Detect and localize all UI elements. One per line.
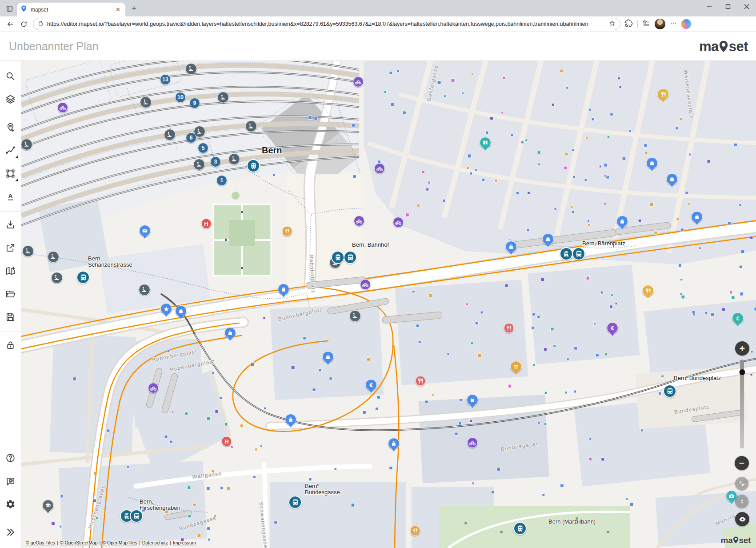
browser-tab[interactable]: mapset ✕ (17, 3, 125, 16)
map-add-icon (5, 266, 16, 277)
copilot-icon[interactable] (681, 19, 691, 29)
favorites-icon[interactable] (642, 19, 650, 29)
draw-line-tool-button[interactable] (2, 141, 20, 161)
pin-add-icon (5, 122, 16, 134)
settings-button[interactable] (2, 495, 20, 515)
browser-toolbar-icons (625, 19, 691, 29)
close-button[interactable] (737, 0, 756, 13)
text-icon: A (5, 192, 16, 203)
share-tool-button[interactable] (2, 239, 20, 258)
watermark-text-suffix: set (739, 536, 751, 544)
sidebar-divider (0, 211, 21, 212)
layers-tool-button[interactable] (2, 90, 20, 110)
minimize-button[interactable] (700, 0, 719, 13)
save-plan-tool-button[interactable] (2, 308, 20, 328)
logo-text-prefix: ma (699, 40, 719, 53)
attribution-link[interactable]: Impressum (173, 540, 196, 545)
back-button[interactable] (4, 18, 17, 30)
url-text[interactable]: https://editor.mapset.io/?baselayer=worl… (47, 21, 605, 27)
mapset-watermark: ma set (721, 536, 751, 544)
attribution: © geOps Tiles|© OpenStreetMap|© OpenMapT… (26, 540, 196, 545)
attribution-link[interactable]: © OpenStreetMap (60, 540, 98, 545)
attribution-separator: | (57, 540, 58, 545)
lock-icon (5, 340, 16, 352)
attribution-separator: | (139, 540, 140, 545)
draw-polygon-tool-button[interactable] (2, 164, 20, 184)
download-icon (5, 220, 16, 231)
settings-icon (5, 499, 16, 511)
more-menu-icon[interactable] (670, 20, 677, 28)
attribution-separator: | (100, 540, 101, 545)
mapset-logo: ma set (699, 40, 748, 53)
save-icon (5, 312, 16, 324)
logo-pin-icon (719, 40, 728, 53)
share-icon (5, 243, 16, 254)
extensions-icon[interactable] (625, 19, 633, 29)
add-stop-tool-button[interactable] (2, 118, 20, 138)
polyline-icon (5, 145, 16, 157)
lock-tool-button[interactable] (2, 336, 20, 356)
expand-icon (5, 527, 16, 539)
app-header: ma set (0, 32, 756, 61)
expand-sidebar-button[interactable] (2, 523, 20, 543)
svg-text:A: A (8, 192, 12, 200)
attribution-link[interactable]: Datenschutz (142, 540, 168, 545)
tab-close-icon[interactable]: ✕ (114, 6, 122, 13)
feedback-button[interactable] (2, 472, 20, 492)
tab-title: mapset (31, 7, 111, 13)
feedback-icon (5, 476, 16, 488)
browser-window: mapset ✕ + https://editor.mapset.io/?bas… (0, 0, 756, 548)
sidebar-divider (0, 114, 21, 114)
folder-icon (5, 289, 16, 300)
navigation-bar: https://editor.mapset.io/?baselayer=worl… (0, 16, 756, 32)
map-base (21, 61, 756, 548)
toolbar-divider (637, 20, 638, 28)
refresh-button[interactable] (17, 18, 30, 30)
tab-actions-icon[interactable] (3, 2, 16, 15)
site-security-icon[interactable] (38, 20, 44, 28)
sidebar-bottom-group (0, 447, 21, 544)
new-tab-button[interactable]: + (129, 3, 139, 14)
window-controls (700, 0, 756, 13)
attribution-link[interactable]: © geOps Tiles (26, 540, 55, 545)
plan-title-input[interactable] (8, 40, 699, 53)
download-tool-button[interactable] (2, 216, 20, 235)
help-icon (5, 453, 16, 464)
maximize-button[interactable] (719, 0, 737, 13)
new-plan-tool-button[interactable] (2, 262, 20, 281)
map-canvas[interactable]: GenfergasseWaisenhausplatzBahnhofplatzBu… (21, 61, 756, 548)
sidebar-divider (0, 519, 21, 519)
address-bar[interactable]: https://editor.mapset.io/?baselayer=worl… (33, 18, 620, 30)
open-plan-tool-button[interactable] (2, 285, 20, 304)
logo-text-suffix: set (729, 40, 748, 53)
search-icon (5, 71, 16, 83)
watermark-pin-icon (733, 536, 739, 544)
add-text-tool-button[interactable]: A (2, 188, 20, 207)
profile-avatar[interactable] (655, 19, 665, 29)
polygon-icon (5, 168, 16, 180)
attribution-link[interactable]: © OpenMapTiles (102, 540, 137, 545)
watermark-text-prefix: ma (721, 536, 733, 544)
tab-strip: mapset ✕ + (0, 0, 756, 16)
search-tool-button[interactable] (2, 67, 20, 87)
layers-icon (5, 94, 16, 106)
mapset-favicon (20, 5, 27, 14)
help-button[interactable] (2, 449, 20, 468)
attribution-separator: | (170, 540, 171, 545)
sidebar-divider (0, 332, 21, 332)
tool-sidebar: A (0, 61, 21, 548)
favorite-star-icon[interactable] (609, 20, 616, 28)
